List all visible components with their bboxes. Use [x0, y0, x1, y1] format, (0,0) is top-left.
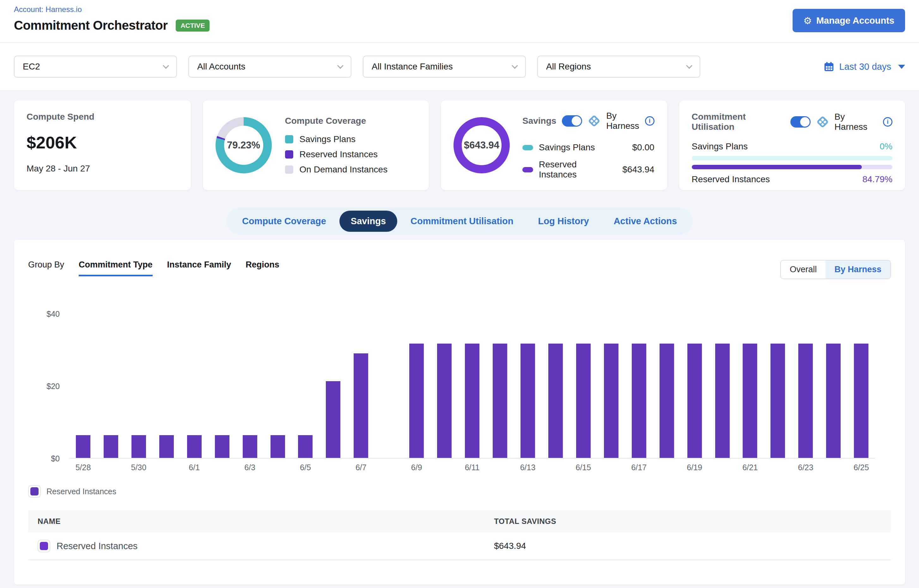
utilisation-row-label: Savings Plans — [692, 142, 748, 152]
chart-bar[interactable] — [660, 344, 674, 458]
legend-swatch — [30, 487, 39, 496]
savings-legend-row: Savings Plans$0.00 — [522, 142, 655, 152]
legend-swatch — [285, 135, 293, 143]
filter-bar: EC2All AccountsAll Instance FamiliesAll … — [0, 43, 919, 91]
chart-bar[interactable] — [493, 344, 507, 458]
filter-dropdown-3[interactable]: All Regions — [537, 56, 700, 78]
view-toggle-overall[interactable]: Overall — [781, 260, 826, 278]
filter-dropdown-0[interactable]: EC2 — [14, 56, 177, 78]
group-by-option-regions[interactable]: Regions — [246, 260, 279, 276]
savings-card: $643.94 Savings By Harness i Savings Pla… — [441, 100, 667, 190]
chart-bar[interactable] — [465, 344, 480, 458]
chart-bar[interactable] — [548, 344, 563, 458]
chart-bar[interactable] — [520, 344, 535, 458]
tab-savings[interactable]: Savings — [339, 211, 397, 232]
chart-bar-cell — [375, 314, 403, 458]
chart-bar[interactable] — [271, 435, 285, 458]
chart-bar[interactable] — [76, 435, 91, 458]
chart-bar[interactable] — [131, 435, 146, 458]
filter-dropdown-1[interactable]: All Accounts — [188, 56, 352, 78]
savings-by-harness-toggle[interactable] — [562, 115, 582, 127]
x-axis-tick-label: 6/19 — [687, 463, 702, 472]
commitment-utilisation-card: Commitment Utilisation By Harness i Savi… — [679, 100, 905, 190]
chart-bar[interactable] — [104, 435, 118, 458]
chart-bar[interactable] — [326, 381, 340, 458]
chart-bar[interactable] — [215, 435, 229, 458]
chart-bar[interactable] — [243, 435, 257, 458]
chart-bar[interactable] — [715, 344, 730, 458]
tab-commitment-utilisation[interactable]: Commitment Utilisation — [399, 211, 525, 232]
row-checkbox[interactable] — [37, 540, 50, 552]
utilisation-by-harness-label: By Harness — [835, 112, 877, 132]
date-range-picker[interactable]: Last 30 days — [823, 61, 905, 72]
group-by-option-instance-family[interactable]: Instance Family — [167, 260, 231, 276]
utilisation-row: Savings Plans0% — [692, 142, 893, 152]
x-axis-tick-label: 6/3 — [244, 463, 255, 472]
chart-bar[interactable] — [687, 344, 702, 458]
chart-bar[interactable] — [353, 353, 368, 458]
utilisation-by-harness-toggle[interactable] — [790, 116, 810, 128]
commitment-utilisation-title: Commitment Utilisation — [692, 112, 785, 132]
coverage-legend-item: Savings Plans — [285, 134, 388, 144]
utilisation-row-percent: 84.79% — [862, 174, 893, 184]
chart-bar[interactable] — [632, 344, 646, 458]
savings-title: Savings — [522, 116, 556, 126]
chart-bar[interactable] — [187, 435, 202, 458]
info-icon[interactable]: i — [883, 117, 893, 127]
x-axis-tick-label: 6/25 — [854, 463, 869, 472]
legend-label: Reserved Instances — [47, 487, 116, 496]
chart-bar[interactable] — [437, 344, 452, 458]
chart-bar-cell: 6/15 — [569, 314, 597, 458]
legend-swatch — [285, 150, 293, 158]
group-by-option-commitment-type[interactable]: Commitment Type — [79, 260, 152, 276]
legend-swatch — [522, 167, 533, 173]
chart-bar[interactable] — [604, 344, 618, 458]
view-toggle-by-harness[interactable]: By Harness — [825, 260, 890, 278]
utilisation-row: Reserved Instances84.79% — [692, 174, 893, 184]
chart-bar[interactable] — [576, 344, 591, 458]
tab-compute-coverage[interactable]: Compute Coverage — [231, 211, 337, 232]
chart-bar[interactable] — [854, 344, 869, 458]
legend-label: Savings Plans — [300, 134, 355, 144]
chart-bar-cell — [653, 314, 681, 458]
chart-bar[interactable] — [743, 344, 757, 458]
chart-bar-cell — [597, 314, 625, 458]
chart-bar-cell: 6/5 — [292, 314, 319, 458]
chart-bar[interactable] — [770, 344, 785, 458]
savings-bar-chart: $0$20$40 5/285/306/16/36/56/76/96/116/13… — [28, 314, 891, 459]
table-header: NAME TOTAL SAVINGS — [28, 510, 891, 532]
chart-bar[interactable] — [159, 435, 174, 458]
x-axis-tick-label: 6/23 — [798, 463, 814, 472]
filter-dropdown-value: EC2 — [23, 61, 40, 72]
x-axis-tick-label: 6/9 — [411, 463, 422, 472]
account-link[interactable]: Account: Harness.io — [14, 5, 82, 14]
manage-accounts-label: Manage Accounts — [816, 16, 894, 26]
group-by-control: Group By Commitment TypeInstance FamilyR… — [28, 260, 279, 276]
group-by-label: Group By — [28, 260, 64, 270]
legend-label: On Demand Instances — [300, 165, 388, 174]
filter-dropdown-value: All Regions — [546, 61, 591, 72]
column-header-name: NAME — [28, 517, 494, 526]
x-axis-tick-label: 6/21 — [742, 463, 758, 472]
table-row: Reserved Instances$643.94 — [28, 532, 891, 560]
manage-accounts-button[interactable]: ⚙ Manage Accounts — [793, 9, 905, 32]
table-cell-total-savings: $643.94 — [494, 541, 891, 551]
chart-bar[interactable] — [298, 435, 313, 458]
chart-bar-cell — [264, 314, 292, 458]
filter-dropdown-value: All Instance Families — [372, 61, 453, 72]
chart-bar-cell: 6/23 — [792, 314, 819, 458]
chart-bar[interactable] — [798, 344, 813, 458]
tab-active-actions[interactable]: Active Actions — [602, 211, 688, 232]
x-axis-tick-label: 6/5 — [300, 463, 311, 472]
compute-spend-title: Compute Spend — [26, 112, 178, 122]
info-icon[interactable]: i — [645, 116, 655, 126]
chart-bar[interactable] — [409, 344, 424, 458]
chart-bar[interactable] — [826, 344, 841, 458]
compute-spend-period: May 28 - Jun 27 — [26, 163, 178, 174]
x-axis-tick-label: 6/17 — [631, 463, 647, 472]
filter-dropdown-2[interactable]: All Instance Families — [363, 56, 526, 78]
legend-checkbox[interactable] — [28, 485, 41, 498]
chart-bar-cell: 6/19 — [681, 314, 708, 458]
y-axis-tick-label: $20 — [28, 382, 60, 391]
tab-log-history[interactable]: Log History — [527, 211, 600, 232]
